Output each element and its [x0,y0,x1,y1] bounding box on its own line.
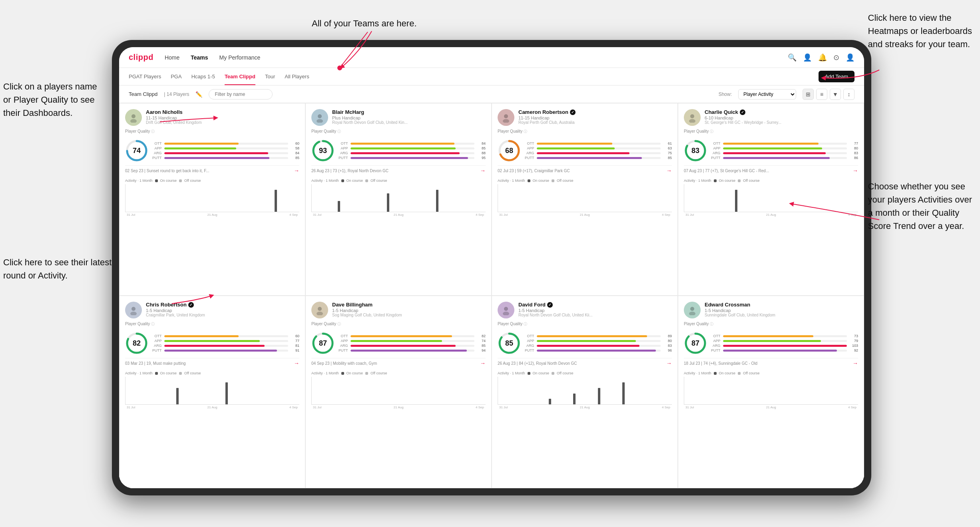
stat-bar-arg [164,152,289,154]
last-round[interactable]: 03 Mar 23 | 19, Must make putting → [125,358,299,368]
bar-oncourse [176,388,179,404]
edit-icon[interactable]: ✏️ [195,91,202,97]
chart-labels: 31 Jul 21 Aug 4 Sep [684,212,858,217]
quality-circle[interactable]: 68 [498,139,521,162]
player-info: Chris Robertson ✓ 1-5 Handicap Craigmill… [146,302,299,317]
last-round[interactable]: 07 Aug 23 | 77 (+7), St George's Hill GC… [684,165,858,175]
stat-bar-arg [351,152,475,154]
last-round-arrow: → [666,360,672,366]
chart-area [311,184,486,212]
player-info: Dave Billingham 1-5 Handicap Sog Maging … [332,302,486,317]
player-avatar [684,302,701,318]
quality-circle[interactable]: 87 [684,332,707,355]
offcourse-label: Off course [557,179,573,183]
player-card[interactable]: Charlie Quick ✓ 6-10 Handicap St. George… [678,103,864,296]
stat-val-arg: 83 [663,344,672,348]
player-handicap: 1-5 Handicap [146,308,299,313]
player-name[interactable]: Blair McHarg [332,109,486,115]
quality-circle[interactable]: 74 [125,139,148,162]
quality-circle[interactable]: 87 [311,332,335,355]
player-card[interactable]: Aaron Nicholls 11-15 Handicap Drift Golf… [119,103,305,296]
player-card[interactable]: Blair McHarg Plus Handicap Royal North D… [305,103,492,296]
player-name[interactable]: Chris Robertson ✓ [146,302,299,308]
player-card[interactable]: Cameron Robertson ✓ 11-15 Handicap Royal… [492,103,678,296]
player-name[interactable]: Aaron Nicholls [146,109,299,115]
chart-area [498,377,672,405]
svg-point-4 [318,114,322,118]
stat-val-putt: 94 [477,348,486,352]
last-round[interactable]: 26 Aug 23 | 73 (+1), Royal North Devon G… [311,165,486,175]
offcourse-legend-dot [738,372,741,375]
stat-label-putt: PUTT [711,348,721,352]
annotation-teams-arrow [0,0,980,80]
last-round[interactable]: 26 Aug 23 | 84 (+12), Royal North Devon … [498,358,672,368]
svg-point-0 [131,114,135,118]
stat-bar-ott [351,143,475,145]
stat-bar-app [351,147,475,149]
player-card[interactable]: Dave Billingham 1-5 Handicap Sog Maging … [305,296,492,488]
show-select[interactable]: Player Activity Quality Score Trend [738,89,796,99]
player-name[interactable]: Edward Crossman [705,302,858,308]
quality-section: 83 OTT 77 APP 80 ARG 83 PUTT 86 [684,139,858,162]
stats-grid: OTT 60 APP 58 ARG 84 PUTT 85 [152,141,299,160]
stat-val-putt: 96 [663,348,672,352]
quality-circle[interactable]: 83 [684,139,707,162]
ipad-screen: clippd Home Teams My Performance 🔍 👤 🔔 ⊙… [119,47,864,488]
stat-val-putt: 85 [291,156,299,160]
chart-bar-group [387,193,410,212]
quality-circle[interactable]: 85 [498,332,521,355]
chart-area [125,377,299,405]
stat-val-app: 63 [663,146,672,150]
grid-view-icon[interactable]: ⊞ [803,89,814,100]
player-name[interactable]: Cameron Robertson ✓ [518,109,672,115]
last-round[interactable]: 02 Jul 23 | 59 (+17), Craigmillar Park G… [498,165,672,175]
player-card[interactable]: Edward Crossman 1-5 Handicap Sunningdale… [678,296,864,488]
offcourse-label: Off course [184,371,201,375]
quality-circle[interactable]: 82 [125,332,148,355]
verified-badge: ✓ [188,302,194,308]
quality-label: Player Quality ⓘ [311,322,486,327]
svg-point-8 [504,114,508,118]
view-icons: ⊞ ≡ ▼ ↕ [803,89,855,100]
player-handicap: 1-5 Handicap [518,308,672,313]
sort-view-icon[interactable]: ↕ [843,89,855,100]
chart-label-start: 31 Jul [499,406,508,409]
player-info: Edward Crossman 1-5 Handicap Sunningdale… [705,302,858,317]
stat-val-app: 80 [663,339,672,343]
stat-label-arg: ARG [152,344,162,348]
svg-point-9 [503,119,509,123]
stat-label-arg: ARG [152,151,162,155]
last-round[interactable]: 18 Jul 23 | 74 (+4), Sunningdale GC - Ol… [684,358,858,368]
offcourse-legend-dot [738,179,741,182]
chart-area [498,184,672,212]
chart-label-end: 4 Sep [476,406,484,409]
player-club: Craigmillar Park, United Kingdom [146,313,299,317]
player-avatar [311,302,328,318]
activity-header: Activity · 1 Month On course Off course [125,371,299,375]
oncourse-label: On course [719,179,736,183]
last-round[interactable]: 02 Sep 23 | Sunset round to get back int… [125,165,299,175]
player-name[interactable]: Charlie Quick ✓ [705,109,858,115]
quality-score: 82 [133,339,141,348]
stat-label-putt: PUTT [339,156,348,160]
player-header: Charlie Quick ✓ 6-10 Handicap St. George… [684,109,858,126]
stat-bar-app [723,147,847,149]
player-card[interactable]: Chris Robertson ✓ 1-5 Handicap Craigmill… [119,296,305,488]
player-card[interactable]: David Ford ✓ 1-5 Handicap Royal North De… [492,296,678,488]
chart-area [125,184,299,212]
player-name[interactable]: Dave Billingham [332,302,486,308]
list-view-icon[interactable]: ≡ [816,89,827,100]
stat-val-ott: 61 [663,141,672,145]
quality-section: 68 OTT 61 APP 63 ARG 75 PUTT 85 [498,139,672,162]
filter-input[interactable] [209,89,273,99]
activity-section: Activity · 1 Month On course Off course [125,179,299,290]
bar-oncourse [622,382,625,404]
svg-point-25 [503,312,509,315]
chart-label-start: 31 Jul [127,406,135,409]
filter-view-icon[interactable]: ▼ [830,89,841,100]
player-name[interactable]: David Ford ✓ [518,302,672,308]
show-label: Show: [719,91,732,97]
team-count: | 14 Players [164,91,189,97]
last-round[interactable]: 04 Sep 23 | Mobility with coach, Gym → [311,358,486,368]
quality-circle[interactable]: 93 [311,139,335,162]
